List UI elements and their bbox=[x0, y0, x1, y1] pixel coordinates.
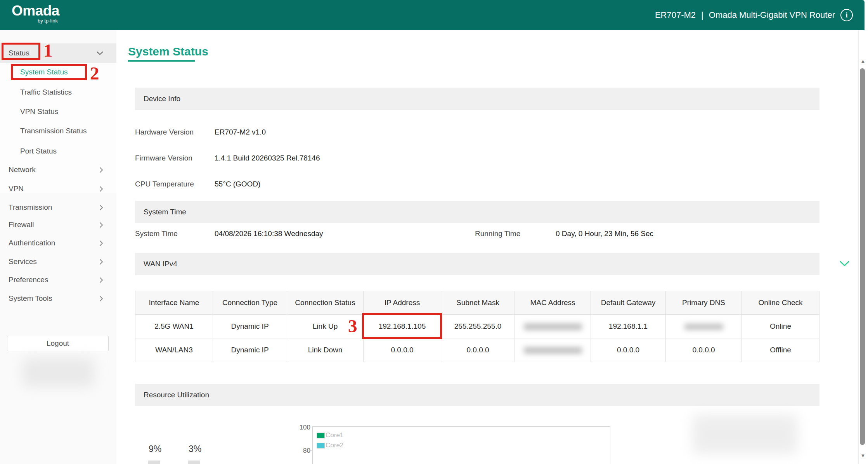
sidebar-item-network[interactable]: Network bbox=[0, 160, 116, 179]
cell-subnet-mask: 255.255.255.0 bbox=[441, 315, 515, 338]
redacted-blur bbox=[524, 347, 582, 354]
core1-gauge-bar bbox=[148, 461, 160, 464]
annotation-box-step2 bbox=[11, 64, 87, 80]
running-time-value: 0 Day, 0 Hour, 23 Min, 56 Sec bbox=[556, 229, 653, 238]
sidebar-item-vpn[interactable]: VPN bbox=[0, 179, 116, 198]
scrollbar-thumb[interactable] bbox=[860, 68, 865, 445]
router-admin-page: Omada by tp-link ER707-M2 | Omada Multi-… bbox=[0, 0, 868, 464]
col-subnet-mask: Subnet Mask bbox=[441, 291, 515, 315]
section-title: Device Info bbox=[144, 95, 180, 103]
running-time-label: Running Time bbox=[475, 229, 520, 238]
core2-gauge-bar bbox=[188, 461, 200, 464]
legend-entry-core2: Core2 bbox=[317, 442, 343, 449]
sidebar-item-network-label: Network bbox=[0, 166, 36, 174]
annotation-number-2: 2 bbox=[90, 64, 99, 83]
section-header-resource-utilization: Resource Utilization bbox=[135, 384, 819, 406]
col-mac-address: MAC Address bbox=[515, 291, 591, 315]
cell-mac-address-redacted bbox=[515, 338, 591, 362]
section-title: System Time bbox=[144, 208, 186, 216]
col-online-check: Online Check bbox=[742, 291, 819, 315]
sidebar-item-authentication[interactable]: Authentication bbox=[0, 234, 116, 252]
sidebar-item-authentication-label: Authentication bbox=[0, 239, 55, 247]
col-connection-status: Connection Status bbox=[287, 291, 364, 315]
firmware-version-label: Firmware Version bbox=[135, 154, 192, 162]
legend-entry-core1: Core1 bbox=[317, 431, 343, 439]
chevron-right-icon bbox=[99, 277, 103, 283]
section-header-device-info: Device Info bbox=[135, 88, 819, 110]
wan-ipv4-table: Interface Name Connection Type Connectio… bbox=[135, 291, 819, 362]
sidebar-item-port-status[interactable]: Port Status bbox=[0, 142, 116, 160]
sidebar-item-services-label: Services bbox=[0, 257, 37, 266]
core1-swatch-icon bbox=[317, 433, 325, 438]
legend-label-core1: Core1 bbox=[326, 431, 343, 439]
omada-logo-subtitle: by tp-link bbox=[12, 18, 59, 24]
system-time-value: 04/08/2026 16:10:38 Wednesday bbox=[215, 229, 323, 238]
hardware-version-label: Hardware Version bbox=[135, 128, 194, 136]
page-title: System Status bbox=[128, 45, 208, 58]
annotation-box-step1 bbox=[2, 43, 40, 60]
cell-connection-type: Dynamic IP bbox=[213, 315, 287, 338]
chevron-right-icon bbox=[99, 167, 103, 173]
device-model: ER707-M2 bbox=[655, 10, 696, 20]
chevron-right-icon bbox=[99, 186, 103, 192]
cpu-utilization-chart: Core1 Core2 bbox=[312, 426, 610, 464]
logout-button[interactable]: Logout bbox=[7, 336, 109, 351]
col-connection-type: Connection Type bbox=[213, 291, 287, 315]
cell-mac-address-redacted bbox=[515, 315, 591, 338]
sidebar-item-vpn-status[interactable]: VPN Status bbox=[0, 102, 116, 121]
sidebar-item-firewall[interactable]: Firewall bbox=[0, 216, 116, 234]
cell-default-gateway: 192.168.1.1 bbox=[591, 315, 666, 338]
chart-legend: Core1 Core2 bbox=[317, 431, 343, 452]
device-name: Omada Multi-Gigabit VPN Router bbox=[709, 10, 835, 20]
device-identity: ER707-M2 | Omada Multi-Gigabit VPN Route… bbox=[655, 0, 853, 30]
scrollbar-down-arrow[interactable]: ▼ bbox=[859, 453, 867, 459]
cpu-chart-ytick-80: 80 bbox=[292, 447, 310, 455]
omada-logo-text: Omada bbox=[12, 3, 59, 19]
chevron-right-icon bbox=[99, 259, 103, 265]
sidebar-item-port-status-label: Port Status bbox=[0, 147, 57, 155]
device-identity-separator: | bbox=[701, 10, 703, 20]
section-title: Resource Utilization bbox=[144, 391, 209, 399]
chevron-right-icon bbox=[99, 205, 103, 210]
redacted-blur-region bbox=[23, 358, 94, 387]
scrollbar-up-arrow[interactable]: ▲ bbox=[859, 58, 867, 64]
cpu-temperature-value: 55°C (GOOD) bbox=[215, 180, 260, 188]
legend-label-core2: Core2 bbox=[326, 442, 343, 449]
cell-default-gateway: 0.0.0.0 bbox=[591, 338, 666, 362]
redacted-watermark-region bbox=[693, 415, 797, 454]
page-title-divider bbox=[195, 61, 858, 61]
cell-connection-status: Link Down bbox=[287, 338, 364, 362]
sidebar-item-transmission-label: Transmission bbox=[0, 203, 52, 212]
col-ip-address: IP Address bbox=[364, 291, 441, 315]
annotation-number-1: 1 bbox=[43, 41, 53, 60]
cpu-temperature-label: CPU Temperature bbox=[135, 180, 194, 188]
system-time-label: System Time bbox=[135, 229, 178, 238]
table-row-wan-lan3: WAN/LAN3 Dynamic IP Link Down 0.0.0.0 0.… bbox=[135, 338, 819, 362]
sidebar-item-system-tools-label: System Tools bbox=[0, 294, 52, 303]
sidebar-item-system-tools[interactable]: System Tools bbox=[0, 289, 116, 308]
info-icon[interactable]: i bbox=[840, 9, 853, 21]
sidebar-item-vpn-label: VPN bbox=[0, 185, 24, 193]
wan-ipv4-collapse-chevron-icon[interactable] bbox=[839, 260, 850, 268]
sidebar-item-transmission-status[interactable]: Transmission Status bbox=[0, 122, 116, 140]
cell-primary-dns-redacted bbox=[666, 315, 742, 338]
cpu-chart-ytick-100: 100 bbox=[292, 424, 310, 431]
chevron-right-icon bbox=[99, 296, 103, 302]
sidebar-item-services[interactable]: Services bbox=[0, 252, 116, 271]
sidebar-item-transmission-status-label: Transmission Status bbox=[0, 127, 87, 135]
cell-subnet-mask: 0.0.0.0 bbox=[441, 338, 515, 362]
sidebar-item-transmission[interactable]: Transmission bbox=[0, 198, 116, 217]
cell-interface-name: WAN/LAN3 bbox=[135, 338, 213, 362]
chevron-right-icon bbox=[99, 240, 103, 246]
sidebar-item-traffic-statistics[interactable]: Traffic Statistics bbox=[0, 83, 116, 102]
hardware-version-value: ER707-M2 v1.0 bbox=[215, 128, 266, 136]
core1-gauge-value: 9% bbox=[149, 444, 161, 454]
col-default-gateway: Default Gateway bbox=[591, 291, 666, 315]
cell-online-check: Offline bbox=[742, 338, 819, 362]
cell-primary-dns: 0.0.0.0 bbox=[666, 338, 742, 362]
table-row-wan1: 2.5G WAN1 Dynamic IP Link Up 192.168.1.1… bbox=[135, 315, 819, 338]
sidebar-item-preferences[interactable]: Preferences bbox=[0, 271, 116, 289]
chevron-right-icon bbox=[99, 222, 103, 228]
core2-gauge-value: 3% bbox=[189, 444, 201, 454]
firmware-version-value: 1.4.1 Build 20260325 Rel.78146 bbox=[215, 154, 320, 162]
